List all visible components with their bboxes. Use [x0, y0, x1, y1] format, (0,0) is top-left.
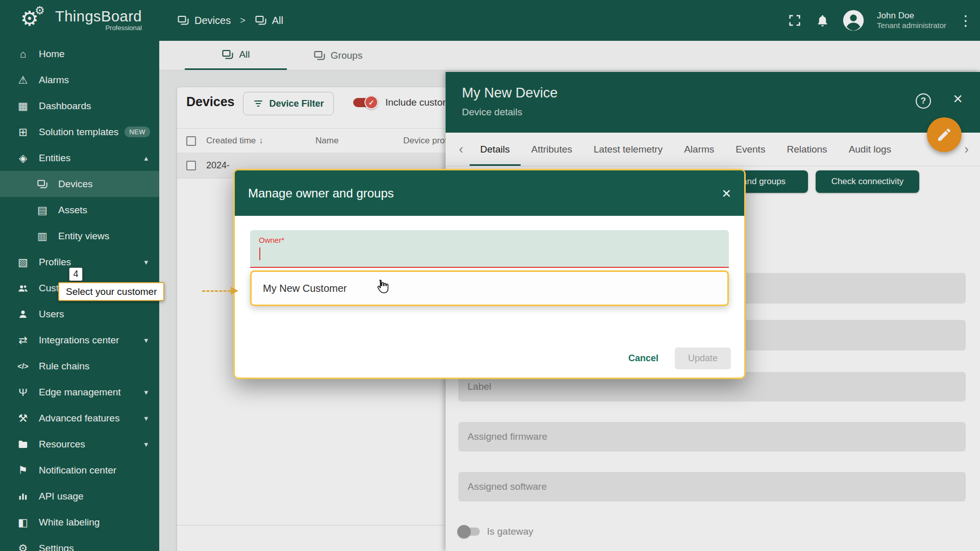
option-label: My New Customer [263, 283, 347, 294]
manage-owner-groups-dialog: Manage owner and groups × Owner* My New … [233, 169, 746, 379]
close-icon[interactable]: × [722, 186, 731, 201]
dialog-actions: Cancel Update [621, 347, 731, 369]
owner-input[interactable]: Owner* [250, 230, 729, 268]
mouse-cursor-icon [374, 278, 390, 294]
cancel-button[interactable]: Cancel [621, 348, 666, 368]
thingsboard-screen: ⚙ ⚙ ThingsBoard Professional Devices > A… [0, 0, 980, 551]
dialog-title: Manage owner and groups [248, 186, 394, 201]
callout-arrow-icon [231, 287, 238, 295]
owner-option-my-new-customer[interactable]: My New Customer [250, 270, 729, 306]
text-caret [259, 247, 260, 260]
update-button[interactable]: Update [675, 347, 731, 369]
step-number-badge: 4 [69, 267, 83, 281]
dialog-header: Manage owner and groups × [235, 170, 744, 216]
callout-label: Select your customer [58, 282, 164, 301]
owner-field-label: Owner* [259, 236, 284, 244]
callout-dashed-line [202, 290, 231, 292]
